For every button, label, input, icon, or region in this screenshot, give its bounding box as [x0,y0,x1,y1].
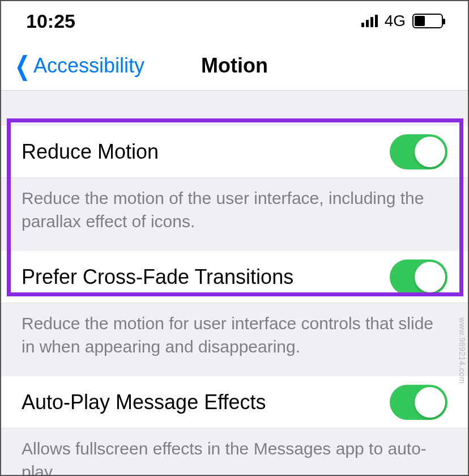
toggle-knob [415,262,445,292]
footer-auto-play: Allows fullscreen effects in the Message… [1,428,468,476]
back-label: Accessibility [33,54,144,78]
status-time: 10:25 [26,10,75,32]
cellular-signal-icon [361,15,378,27]
row-label-reduce-motion: Reduce Motion [22,140,159,164]
toggle-knob [415,387,445,418]
chevron-left-icon: ❮ [15,53,30,79]
screen-frame: 10:25 4G ❮ Accessibility Motion Reduce M… [0,0,469,476]
nav-header: ❮ Accessibility Motion [1,41,468,91]
status-bar: 10:25 4G [1,1,468,41]
row-label-cross-fade: Prefer Cross-Fade Transitions [22,265,293,289]
row-label-auto-play: Auto-Play Message Effects [22,390,266,414]
toggle-auto-play[interactable] [390,385,447,420]
network-type: 4G [385,12,406,30]
footer-reduce-motion: Reduce the motion of the user interface,… [1,178,468,251]
battery-icon [412,14,443,28]
group-spacer [1,91,468,126]
footer-cross-fade: Reduce the motion for user interface con… [1,303,468,376]
toggle-reduce-motion[interactable] [390,134,447,169]
row-auto-play[interactable]: Auto-Play Message Effects [1,376,468,428]
row-reduce-motion[interactable]: Reduce Motion [1,126,468,178]
toggle-cross-fade[interactable] [390,260,447,295]
watermark: www.989214.com [458,317,467,384]
back-button[interactable]: ❮ Accessibility [1,53,144,79]
status-right: 4G [361,12,443,30]
toggle-knob [415,137,445,167]
row-cross-fade[interactable]: Prefer Cross-Fade Transitions [1,251,468,303]
